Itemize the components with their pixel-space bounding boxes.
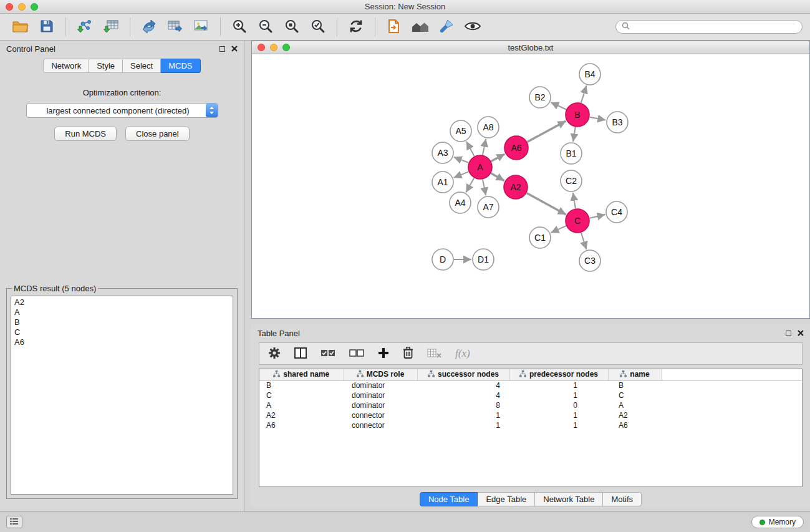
graph-node-B[interactable]: B — [566, 103, 589, 127]
graph-edge-A-A7[interactable] — [483, 180, 486, 196]
new-network-button[interactable] — [136, 16, 162, 38]
table-cell[interactable]: dominator — [344, 380, 417, 390]
open-session-button[interactable] — [7, 16, 34, 38]
close-network-window-button[interactable] — [258, 44, 265, 51]
graph-node-D[interactable]: D — [432, 249, 453, 270]
table-cell[interactable]: 1 — [417, 410, 509, 420]
float-table-panel-icon[interactable] — [786, 331, 791, 336]
mcds-result-item[interactable]: A — [14, 307, 229, 317]
save-session-button[interactable] — [34, 16, 60, 38]
table-row[interactable]: Adominator80A — [259, 400, 802, 410]
table-row[interactable]: A2connector11A2 — [259, 410, 802, 420]
optimization-criterion-select[interactable]: largest connected component (directed) — [26, 103, 218, 118]
table-cell[interactable]: A2 — [608, 410, 662, 420]
graph-edge-A-A4[interactable] — [466, 178, 474, 192]
tab-mcds[interactable]: MCDS — [161, 59, 200, 73]
graph-node-B4[interactable]: B4 — [579, 64, 600, 85]
table-cell[interactable]: 4 — [417, 380, 509, 390]
table-cell[interactable]: 0 — [509, 400, 608, 410]
close-window-button[interactable] — [6, 3, 13, 11]
memory-button[interactable]: Memory — [751, 516, 804, 528]
task-history-button[interactable] — [6, 516, 22, 528]
mcds-result-item[interactable]: C — [14, 327, 229, 337]
graph-edge-A-A8[interactable] — [483, 139, 486, 155]
graph-edge-B-B3[interactable] — [590, 117, 606, 120]
graph-node-C[interactable]: C — [566, 209, 589, 233]
table-row[interactable]: A6connector11A6 — [259, 420, 802, 430]
tab-network-table[interactable]: Network Table — [535, 492, 603, 506]
table-row[interactable]: Cdominator41C — [259, 390, 802, 400]
table-cell[interactable]: 4 — [417, 390, 509, 400]
import-network-button[interactable] — [72, 16, 98, 38]
table-cell[interactable]: connector — [344, 420, 417, 430]
unselect-all-columns-button[interactable] — [349, 349, 364, 359]
column-header-name[interactable]: name — [608, 369, 662, 380]
mcds-result-item[interactable]: A6 — [14, 337, 229, 347]
search-input[interactable] — [634, 22, 796, 31]
minimize-window-button[interactable] — [18, 3, 26, 11]
graph-node-A2[interactable]: A2 — [504, 175, 528, 199]
graph-edge-A-A2[interactable] — [491, 173, 504, 181]
graph-node-A7[interactable]: A7 — [478, 196, 499, 218]
export-table-button[interactable] — [162, 16, 188, 38]
table-cell[interactable]: B — [259, 380, 344, 390]
table-cell[interactable]: 1 — [417, 420, 509, 430]
delete-table-button[interactable] — [427, 348, 441, 360]
graph-edge-A-A6[interactable] — [491, 154, 505, 162]
table-cell[interactable]: 1 — [509, 420, 608, 430]
export-image-button[interactable] — [188, 16, 215, 38]
table-cell[interactable]: dominator — [344, 390, 417, 400]
graph-edge-B-B1[interactable] — [573, 127, 576, 142]
graph-node-B1[interactable]: B1 — [561, 143, 582, 164]
show-hide-button[interactable] — [460, 16, 486, 38]
graph-node-A8[interactable]: A8 — [478, 117, 499, 138]
network-canvas[interactable]: B4B2BB3A8A5A6A3B1AC2A1A2A4A7C4CC1C3DD1 — [252, 54, 809, 318]
graph-edge-C-C4[interactable] — [590, 215, 605, 218]
graph-node-B2[interactable]: B2 — [529, 87, 551, 108]
first-neighbors-button[interactable] — [381, 16, 407, 38]
column-header-predecessor-nodes[interactable]: predecessor nodes — [509, 369, 608, 380]
graph-node-A4[interactable]: A4 — [450, 192, 471, 213]
graph-edge-A-A1[interactable] — [454, 172, 469, 178]
graph-node-C4[interactable]: C4 — [606, 201, 627, 223]
graph-node-A1[interactable]: A1 — [432, 172, 453, 193]
column-header-MCDS-role[interactable]: MCDS role — [344, 369, 417, 380]
search-field[interactable] — [615, 20, 803, 34]
style-brush-button[interactable] — [433, 16, 460, 38]
table-settings-button[interactable] — [268, 347, 281, 361]
column-header-successor-nodes[interactable]: successor nodes — [417, 369, 509, 380]
close-table-panel-icon[interactable] — [798, 329, 804, 338]
graph-edge-B-B4[interactable] — [581, 85, 587, 103]
create-column-button[interactable] — [378, 347, 389, 360]
graph-edge-C-C1[interactable] — [551, 226, 566, 233]
apply-layout-button[interactable] — [343, 16, 369, 38]
graph-edge-B-B2[interactable] — [551, 102, 566, 110]
table-cell[interactable]: A6 — [259, 420, 344, 430]
graph-edge-C-C2[interactable] — [573, 193, 576, 208]
close-panel-icon[interactable] — [231, 44, 238, 54]
graph-edge-A2-C[interactable] — [527, 193, 566, 215]
close-panel-button[interactable]: Close panel — [125, 127, 190, 141]
graph-node-A5[interactable]: A5 — [450, 120, 471, 142]
tab-select[interactable]: Select — [123, 59, 161, 73]
run-mcds-button[interactable]: Run MCDS — [54, 127, 117, 141]
import-table-button[interactable] — [98, 16, 124, 38]
graph-edge-C-C3[interactable] — [581, 233, 586, 249]
graphspace-button[interactable] — [407, 16, 433, 38]
delete-column-button[interactable] — [403, 346, 413, 361]
mcds-result-item[interactable]: B — [14, 317, 229, 327]
graph-node-C3[interactable]: C3 — [579, 250, 600, 271]
graph-node-C1[interactable]: C1 — [529, 227, 551, 248]
graph-edge-A6-B[interactable] — [528, 121, 566, 142]
graph-node-A[interactable]: A — [468, 155, 492, 179]
table-cell[interactable]: dominator — [344, 400, 417, 410]
table-cell[interactable]: 1 — [509, 380, 608, 390]
table-cell[interactable]: 8 — [417, 400, 509, 410]
table-cell[interactable]: C — [608, 390, 662, 400]
select-all-columns-button[interactable] — [321, 349, 335, 359]
graph-edge-A-A5[interactable] — [466, 142, 475, 157]
zoom-selected-button[interactable] — [305, 16, 331, 38]
table-cell[interactable]: A — [608, 400, 662, 410]
tab-edge-table[interactable]: Edge Table — [478, 492, 535, 506]
minimize-network-window-button[interactable] — [270, 44, 277, 51]
